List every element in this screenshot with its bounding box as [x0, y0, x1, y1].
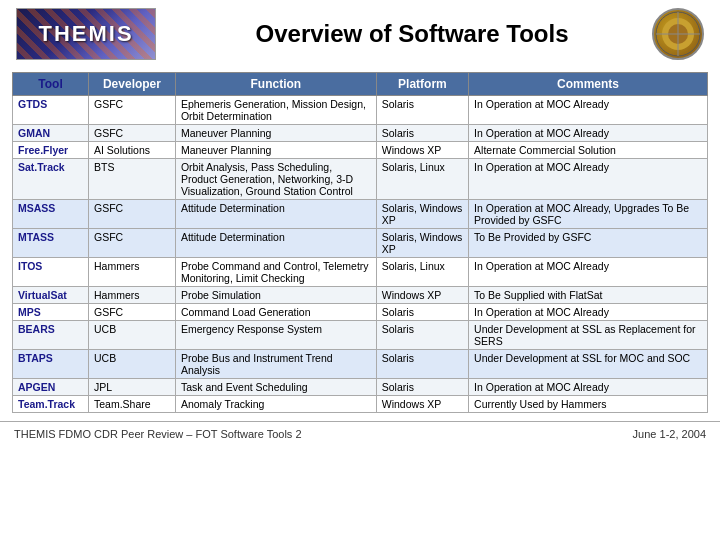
table-cell: Solaris, Windows XP [376, 200, 468, 229]
table-row: Sat.TrackBTSOrbit Analysis, Pass Schedul… [13, 159, 708, 200]
table-cell: Solaris [376, 304, 468, 321]
table-cell: Probe Simulation [175, 287, 376, 304]
table-row: MTASSGSFCAttitude DeterminationSolaris, … [13, 229, 708, 258]
col-function: Function [175, 73, 376, 96]
table-cell: In Operation at MOC Already [469, 304, 708, 321]
footer-left: THEMIS FDMO CDR Peer Review – FOT Softwa… [14, 428, 302, 440]
table-cell: Solaris [376, 379, 468, 396]
table-cell: GMAN [13, 125, 89, 142]
logo-text: THEMIS [38, 21, 133, 47]
table-cell: Sat.Track [13, 159, 89, 200]
col-tool: Tool [13, 73, 89, 96]
table-cell: BTAPS [13, 350, 89, 379]
table-cell: BEARS [13, 321, 89, 350]
table-row: GTDSGSFCEphemeris Generation, Mission De… [13, 96, 708, 125]
table-cell: Solaris [376, 96, 468, 125]
table-cell: Windows XP [376, 287, 468, 304]
footer: THEMIS FDMO CDR Peer Review – FOT Softwa… [0, 421, 720, 446]
table-cell: Solaris, Linux [376, 159, 468, 200]
table-cell: GTDS [13, 96, 89, 125]
table-cell: ITOS [13, 258, 89, 287]
table-cell: UCB [89, 321, 176, 350]
table-cell: Team.Track [13, 396, 89, 413]
table-cell: Hammers [89, 287, 176, 304]
table-cell: AI Solutions [89, 142, 176, 159]
table-cell: GSFC [89, 200, 176, 229]
table-row: BTAPSUCBProbe Bus and Instrument Trend A… [13, 350, 708, 379]
table-cell: JPL [89, 379, 176, 396]
table-cell: Maneuver Planning [175, 142, 376, 159]
table-cell: GSFC [89, 229, 176, 258]
table-cell: In Operation at MOC Already [469, 125, 708, 142]
table-cell: To Be Provided by GSFC [469, 229, 708, 258]
table-cell: Command Load Generation [175, 304, 376, 321]
table-cell: Solaris, Windows XP [376, 229, 468, 258]
table-cell: Free.Flyer [13, 142, 89, 159]
software-tools-table: Tool Developer Function Platform Comment… [12, 72, 708, 413]
table-cell: Task and Event Scheduling [175, 379, 376, 396]
page-title: Overview of Software Tools [172, 20, 652, 48]
table-row: MPSGSFCCommand Load GenerationSolarisIn … [13, 304, 708, 321]
table-cell: VirtualSat [13, 287, 89, 304]
table-cell: Orbit Analysis, Pass Scheduling, Product… [175, 159, 376, 200]
table-row: MSASSGSFCAttitude DeterminationSolaris, … [13, 200, 708, 229]
table-cell: Windows XP [376, 396, 468, 413]
table-cell: Under Development at SSL as Replacement … [469, 321, 708, 350]
table-cell: Hammers [89, 258, 176, 287]
table-row: GMANGSFCManeuver PlanningSolarisIn Opera… [13, 125, 708, 142]
header: THEMIS Overview of Software Tools [0, 0, 720, 68]
table-cell: Ephemeris Generation, Mission Design, Or… [175, 96, 376, 125]
table-cell: Alternate Commercial Solution [469, 142, 708, 159]
table-cell: Solaris [376, 350, 468, 379]
col-comments: Comments [469, 73, 708, 96]
table-header-row: Tool Developer Function Platform Comment… [13, 73, 708, 96]
table-cell: UCB [89, 350, 176, 379]
table-cell: To Be Supplied with FlatSat [469, 287, 708, 304]
table-cell: Attitude Determination [175, 200, 376, 229]
table-cell: Emergency Response System [175, 321, 376, 350]
table-cell: Maneuver Planning [175, 125, 376, 142]
satellite-icon [652, 8, 704, 60]
table-cell: Probe Bus and Instrument Trend Analysis [175, 350, 376, 379]
table-cell: In Operation at MOC Already [469, 379, 708, 396]
table-cell: Anomaly Tracking [175, 396, 376, 413]
table-row: ITOSHammersProbe Command and Control, Te… [13, 258, 708, 287]
col-developer: Developer [89, 73, 176, 96]
footer-right: June 1-2, 2004 [633, 428, 706, 440]
table-row: Team.TrackTeam.ShareAnomaly TrackingWind… [13, 396, 708, 413]
table-cell: Solaris [376, 321, 468, 350]
col-platform: Platform [376, 73, 468, 96]
main-content: Tool Developer Function Platform Comment… [0, 68, 720, 417]
logo: THEMIS [16, 8, 156, 60]
table-cell: Currently Used by Hammers [469, 396, 708, 413]
table-cell: MPS [13, 304, 89, 321]
table-cell: GSFC [89, 125, 176, 142]
table-cell: Probe Command and Control, Telemetry Mon… [175, 258, 376, 287]
table-cell: GSFC [89, 96, 176, 125]
table-row: VirtualSatHammersProbe SimulationWindows… [13, 287, 708, 304]
table-cell: Under Development at SSL for MOC and SOC [469, 350, 708, 379]
table-cell: MTASS [13, 229, 89, 258]
table-cell: Solaris, Linux [376, 258, 468, 287]
table-cell: Windows XP [376, 142, 468, 159]
table-row: APGENJPLTask and Event SchedulingSolaris… [13, 379, 708, 396]
table-cell: APGEN [13, 379, 89, 396]
table-cell: In Operation at MOC Already [469, 159, 708, 200]
table-cell: BTS [89, 159, 176, 200]
table-cell: In Operation at MOC Already, Upgrades To… [469, 200, 708, 229]
table-cell: Solaris [376, 125, 468, 142]
table-cell: Team.Share [89, 396, 176, 413]
table-cell: GSFC [89, 304, 176, 321]
table-cell: In Operation at MOC Already [469, 258, 708, 287]
table-cell: MSASS [13, 200, 89, 229]
table-cell: In Operation at MOC Already [469, 96, 708, 125]
table-row: Free.FlyerAI SolutionsManeuver PlanningW… [13, 142, 708, 159]
table-row: BEARSUCBEmergency Response SystemSolaris… [13, 321, 708, 350]
table-cell: Attitude Determination [175, 229, 376, 258]
